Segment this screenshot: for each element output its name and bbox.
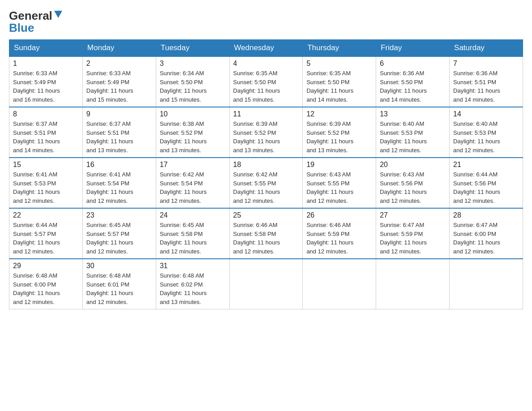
week-row-5: 29 Sunrise: 6:48 AM Sunset: 6:00 PM Dayl…: [9, 259, 523, 309]
logo-blue-label: Blue: [9, 21, 34, 34]
day-number: 6: [380, 60, 446, 68]
day-info: Sunrise: 6:45 AM Sunset: 5:57 PM Dayligh…: [86, 221, 152, 256]
day-number: 26: [306, 211, 372, 219]
calendar-cell: 10 Sunrise: 6:38 AM Sunset: 5:52 PM Dayl…: [156, 107, 229, 158]
day-info: Sunrise: 6:46 AM Sunset: 5:59 PM Dayligh…: [306, 221, 372, 256]
calendar-cell: 21 Sunrise: 6:44 AM Sunset: 5:56 PM Dayl…: [450, 158, 523, 208]
day-info: Sunrise: 6:43 AM Sunset: 5:56 PM Dayligh…: [380, 170, 446, 205]
day-info: Sunrise: 6:39 AM Sunset: 5:52 PM Dayligh…: [233, 120, 299, 154]
day-number: 30: [86, 262, 152, 270]
day-info: Sunrise: 6:40 AM Sunset: 5:53 PM Dayligh…: [453, 120, 519, 154]
calendar-cell: 28 Sunrise: 6:47 AM Sunset: 6:00 PM Dayl…: [450, 208, 523, 259]
day-number: 7: [453, 60, 519, 68]
day-info: Sunrise: 6:37 AM Sunset: 5:51 PM Dayligh…: [13, 120, 79, 154]
day-number: 25: [233, 211, 299, 219]
calendar-cell: 22 Sunrise: 6:44 AM Sunset: 5:57 PM Dayl…: [9, 208, 83, 259]
day-info: Sunrise: 6:44 AM Sunset: 5:57 PM Dayligh…: [13, 221, 79, 256]
calendar-cell: 14 Sunrise: 6:40 AM Sunset: 5:53 PM Dayl…: [450, 107, 523, 158]
day-info: Sunrise: 6:48 AM Sunset: 6:02 PM Dayligh…: [160, 271, 226, 306]
calendar-cell: 5 Sunrise: 6:35 AM Sunset: 5:50 PM Dayli…: [303, 56, 376, 107]
calendar-cell: 6 Sunrise: 6:36 AM Sunset: 5:50 PM Dayli…: [376, 56, 450, 107]
weekday-header-wednesday: Wednesday: [229, 40, 303, 57]
calendar-cell: [450, 259, 523, 309]
weekday-header-saturday: Saturday: [450, 40, 523, 57]
svg-marker-0: [54, 11, 62, 18]
day-number: 24: [160, 211, 226, 219]
day-info: Sunrise: 6:42 AM Sunset: 5:55 PM Dayligh…: [233, 170, 299, 205]
week-row-4: 22 Sunrise: 6:44 AM Sunset: 5:57 PM Dayl…: [9, 208, 523, 259]
calendar-cell: 26 Sunrise: 6:46 AM Sunset: 5:59 PM Dayl…: [303, 208, 376, 259]
calendar-cell: 25 Sunrise: 6:46 AM Sunset: 5:58 PM Dayl…: [229, 208, 303, 259]
calendar-cell: 19 Sunrise: 6:43 AM Sunset: 5:55 PM Dayl…: [303, 158, 376, 208]
calendar-cell: 27 Sunrise: 6:47 AM Sunset: 5:59 PM Dayl…: [376, 208, 450, 259]
day-info: Sunrise: 6:40 AM Sunset: 5:53 PM Dayligh…: [380, 120, 446, 154]
day-number: 4: [233, 60, 299, 68]
day-info: Sunrise: 6:33 AM Sunset: 5:49 PM Dayligh…: [13, 69, 79, 104]
day-number: 8: [13, 110, 79, 118]
day-info: Sunrise: 6:43 AM Sunset: 5:55 PM Dayligh…: [306, 170, 372, 205]
day-info: Sunrise: 6:48 AM Sunset: 6:01 PM Dayligh…: [86, 271, 152, 306]
day-number: 3: [160, 60, 226, 68]
day-info: Sunrise: 6:41 AM Sunset: 5:54 PM Dayligh…: [86, 170, 152, 205]
day-number: 11: [233, 110, 299, 118]
day-info: Sunrise: 6:41 AM Sunset: 5:53 PM Dayligh…: [13, 170, 79, 205]
calendar-cell: [376, 259, 450, 309]
day-number: 2: [86, 60, 152, 68]
calendar-table: SundayMondayTuesdayWednesdayThursdayFrid…: [9, 39, 523, 309]
day-number: 29: [13, 262, 79, 270]
calendar-cell: 2 Sunrise: 6:33 AM Sunset: 5:49 PM Dayli…: [82, 56, 156, 107]
day-info: Sunrise: 6:48 AM Sunset: 6:00 PM Dayligh…: [13, 271, 79, 306]
calendar-cell: 15 Sunrise: 6:41 AM Sunset: 5:53 PM Dayl…: [9, 158, 83, 208]
calendar-cell: 31 Sunrise: 6:48 AM Sunset: 6:02 PM Dayl…: [156, 259, 229, 309]
day-number: 9: [86, 110, 152, 118]
day-number: 19: [306, 161, 372, 169]
weekday-header-sunday: Sunday: [9, 40, 83, 57]
day-number: 18: [233, 161, 299, 169]
day-number: 31: [160, 262, 226, 270]
calendar-cell: 18 Sunrise: 6:42 AM Sunset: 5:55 PM Dayl…: [229, 158, 303, 208]
calendar-cell: 3 Sunrise: 6:34 AM Sunset: 5:50 PM Dayli…: [156, 56, 229, 107]
day-number: 17: [160, 161, 226, 169]
calendar-cell: 29 Sunrise: 6:48 AM Sunset: 6:00 PM Dayl…: [9, 259, 83, 309]
day-info: Sunrise: 6:44 AM Sunset: 5:56 PM Dayligh…: [453, 170, 519, 205]
day-number: 22: [13, 211, 79, 219]
calendar-cell: 1 Sunrise: 6:33 AM Sunset: 5:49 PM Dayli…: [9, 56, 83, 107]
calendar-cell: 9 Sunrise: 6:37 AM Sunset: 5:51 PM Dayli…: [82, 107, 156, 158]
calendar-cell: [229, 259, 303, 309]
logo: General Blue: [9, 9, 63, 35]
day-info: Sunrise: 6:36 AM Sunset: 5:50 PM Dayligh…: [380, 69, 446, 104]
day-info: Sunrise: 6:39 AM Sunset: 5:52 PM Dayligh…: [306, 120, 372, 154]
day-number: 21: [453, 161, 519, 169]
day-info: Sunrise: 6:38 AM Sunset: 5:52 PM Dayligh…: [160, 120, 226, 154]
calendar-cell: 11 Sunrise: 6:39 AM Sunset: 5:52 PM Dayl…: [229, 107, 303, 158]
day-info: Sunrise: 6:34 AM Sunset: 5:50 PM Dayligh…: [160, 69, 226, 104]
logo-triangle-icon: [53, 9, 63, 19]
calendar-cell: 7 Sunrise: 6:36 AM Sunset: 5:51 PM Dayli…: [450, 56, 523, 107]
day-info: Sunrise: 6:47 AM Sunset: 5:59 PM Dayligh…: [380, 221, 446, 256]
day-info: Sunrise: 6:47 AM Sunset: 6:00 PM Dayligh…: [453, 221, 519, 256]
day-info: Sunrise: 6:37 AM Sunset: 5:51 PM Dayligh…: [86, 120, 152, 154]
calendar-cell: 16 Sunrise: 6:41 AM Sunset: 5:54 PM Dayl…: [82, 158, 156, 208]
week-row-1: 1 Sunrise: 6:33 AM Sunset: 5:49 PM Dayli…: [9, 56, 523, 107]
day-info: Sunrise: 6:33 AM Sunset: 5:49 PM Dayligh…: [86, 69, 152, 104]
calendar-cell: 13 Sunrise: 6:40 AM Sunset: 5:53 PM Dayl…: [376, 107, 450, 158]
calendar-cell: 20 Sunrise: 6:43 AM Sunset: 5:56 PM Dayl…: [376, 158, 450, 208]
day-number: 20: [380, 161, 446, 169]
weekday-header-monday: Monday: [82, 40, 156, 57]
day-number: 10: [160, 110, 226, 118]
calendar-cell: 4 Sunrise: 6:35 AM Sunset: 5:50 PM Dayli…: [229, 56, 303, 107]
day-number: 27: [380, 211, 446, 219]
day-number: 12: [306, 110, 372, 118]
day-info: Sunrise: 6:45 AM Sunset: 5:58 PM Dayligh…: [160, 221, 226, 256]
calendar-cell: 24 Sunrise: 6:45 AM Sunset: 5:58 PM Dayl…: [156, 208, 229, 259]
day-number: 16: [86, 161, 152, 169]
day-number: 23: [86, 211, 152, 219]
day-number: 14: [453, 110, 519, 118]
week-row-2: 8 Sunrise: 6:37 AM Sunset: 5:51 PM Dayli…: [9, 107, 523, 158]
weekday-header-tuesday: Tuesday: [156, 40, 229, 57]
calendar-cell: 30 Sunrise: 6:48 AM Sunset: 6:01 PM Dayl…: [82, 259, 156, 309]
day-info: Sunrise: 6:46 AM Sunset: 5:58 PM Dayligh…: [233, 221, 299, 256]
day-number: 28: [453, 211, 519, 219]
day-number: 13: [380, 110, 446, 118]
calendar-cell: 12 Sunrise: 6:39 AM Sunset: 5:52 PM Dayl…: [303, 107, 376, 158]
